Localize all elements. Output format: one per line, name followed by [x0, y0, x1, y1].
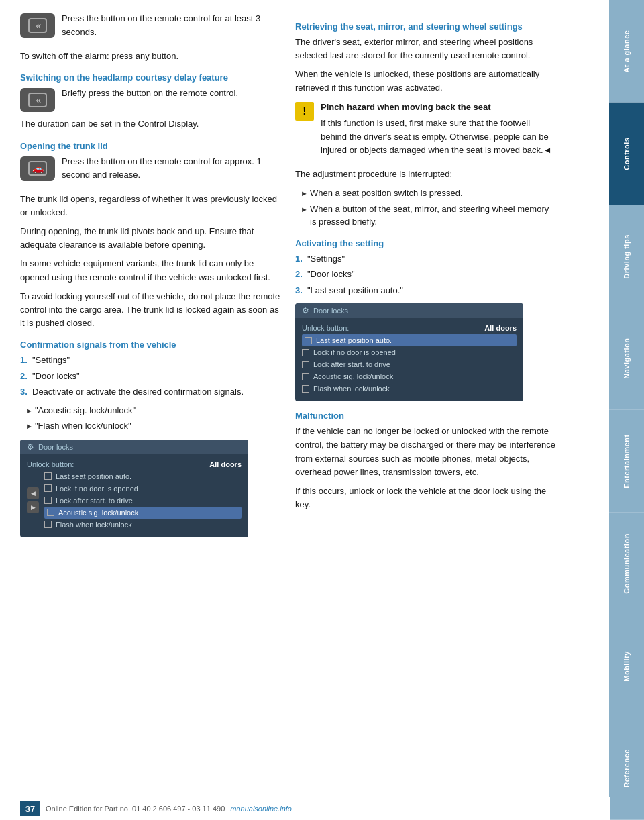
malfunction-para1: If the vehicle can no longer be locked o… [295, 425, 557, 479]
nav-right-btn[interactable]: ▶ [27, 501, 39, 513]
footer-site: manualsonline.info [230, 805, 292, 813]
screen2-title: Door locks [313, 307, 348, 315]
sidebar-tab-entertainment[interactable]: Entertainment [609, 410, 644, 513]
trunk-text: Press the button on the remote control f… [62, 155, 282, 182]
sidebar-tab-mobility[interactable]: Mobility [609, 615, 644, 718]
headlamp-icon-row: « Briefly press the button on the remote… [20, 87, 282, 112]
sidebar-label-communication: Communication [623, 533, 631, 594]
screen2-checkbox-0 [305, 337, 312, 344]
sidebar-label-controls: Controls [623, 138, 631, 170]
trunk-para3: In some vehicle equipment variants, the … [20, 257, 282, 284]
screen1-title-bar: ⚙ Door locks [20, 440, 248, 454]
trunk-heading: Opening the trunk lid [20, 141, 282, 151]
screen1-title: Door locks [38, 443, 73, 451]
sidebar-label-mobility: Mobility [623, 651, 631, 682]
retrieving-para2: When the vehicle is unlocked, these posi… [295, 68, 557, 95]
door-locks-screen-1: ⚙ Door locks Unlock button: All doors ◀ … [20, 440, 248, 537]
pinch-hazard-text: Pinch hazard when moving back the seat [321, 101, 557, 114]
screen1-unlock-label: Unlock button: [27, 460, 209, 468]
screen1-row-3-highlighted: Acoustic sig. lock/unlock [44, 507, 241, 519]
trunk-para1: The trunk lid opens, regardless of wheth… [20, 193, 282, 219]
remote-press-text: Press the button on the remote control f… [62, 12, 282, 39]
headlamp-heading: Switching on the headlamp courtesy delay… [20, 72, 282, 83]
remote-press-row: « Press the button on the remote control… [20, 12, 282, 44]
screen2-unlock-label: Unlock button: [302, 324, 484, 332]
settings-icon: ⚙ [27, 442, 34, 452]
screen1-checkbox-3 [47, 509, 54, 516]
warning-row: ! Pinch hazard when moving back the seat… [295, 101, 557, 163]
screen2-checkbox-3 [302, 373, 309, 380]
screen2-body: Unlock button: All doors Last seat posit… [295, 318, 523, 401]
sidebar: At a glance Controls Driving tips Naviga… [609, 0, 644, 820]
screen2-checkbox-2 [302, 361, 309, 368]
sidebar-label-entertainment: Entertainment [623, 434, 631, 488]
page-number: 37 [20, 801, 40, 816]
warning-triangle-icon: ! [295, 102, 314, 121]
screen1-row-2: Lock after start. to drive [44, 495, 241, 507]
headlamp-sub: The duration can be set in the Control D… [20, 117, 282, 131]
footer-text: Online Edition for Part no. 01 40 2 606 … [46, 805, 225, 813]
screen2-row-2: Lock after start. to drive [302, 358, 517, 370]
sidebar-tab-controls[interactable]: Controls [609, 103, 644, 205]
arrow-icon-3: ► [301, 188, 310, 200]
screen2-unlock-value: All doors [484, 324, 517, 332]
screen1-row-4: Flash when lock/unlock [44, 519, 241, 531]
retrieving-para1: The driver's seat, exterior mirror, and … [295, 36, 557, 62]
screen1-unlock-value: All doors [209, 460, 241, 468]
sidebar-tab-communication[interactable]: Communication [609, 513, 644, 615]
car-icon: 🚗 [32, 163, 44, 174]
alarm-text: To switch off the alarm: press any butto… [20, 50, 282, 63]
pinch-detail-text: If this function is used, first make sur… [321, 117, 557, 157]
headlamp-text: Briefly press the button on the remote c… [62, 87, 238, 100]
sidebar-label-reference: Reference [623, 750, 631, 788]
conf-step-1: 1. "Settings" [20, 354, 282, 367]
retrieving-heading: Retrieving the seat, mirror, and steerin… [295, 21, 557, 32]
right-column: Retrieving the seat, mirror, and steerin… [295, 12, 557, 793]
confirmation-steps: 1. "Settings" 2. "Door locks" 3. Deactiv… [20, 354, 282, 399]
screen1-unlock-row: Unlock button: All doors [27, 458, 241, 470]
sidebar-tab-driving-tips[interactable]: Driving tips [609, 205, 644, 308]
trunk-para2: During opening, the trunk lid pivots bac… [20, 225, 282, 252]
adj-bullet-1: ► When a seat position switch is pressed… [301, 187, 557, 200]
screen1-row-0: Last seat position auto. [44, 470, 241, 482]
warning-content: Pinch hazard when moving back the seat I… [321, 101, 557, 163]
adj-bullet-2: ► When a button of the seat, mirror, and… [301, 203, 557, 229]
screen2-row-0-highlighted: Last seat position auto. [302, 334, 517, 346]
screen1-checkbox-1 [44, 484, 52, 492]
act-step-2: 2. "Door locks" [295, 268, 557, 281]
confirmation-heading: Confirmation signals from the vehicle [20, 340, 282, 350]
arrow-icon-4: ► [301, 204, 310, 229]
screen2-title-bar: ⚙ Door locks [295, 303, 523, 318]
page-footer: 37 Online Edition for Part no. 01 40 2 6… [0, 797, 610, 820]
activating-steps: 1. "Settings" 2. "Door locks" 3. "Last s… [295, 252, 557, 297]
sidebar-tab-navigation[interactable]: Navigation [609, 307, 644, 410]
conf-step-2: 2. "Door locks" [20, 370, 282, 383]
screen2-row-3: Acoustic sig. lock/unlock [302, 370, 517, 382]
trunk-remote-icon: 🚗 [20, 156, 55, 181]
screen1-row-1: Lock if no door is opened [44, 482, 241, 495]
malfunction-heading: Malfunction [295, 411, 557, 421]
conf-bullet-2: ► "Flash when lock/unlock" [25, 419, 282, 433]
screen1-body: Unlock button: All doors ◀ ▶ Last seat p… [20, 454, 248, 537]
screen2-unlock-row: Unlock button: All doors [302, 322, 517, 334]
act-step-3: 3. "Last seat position auto." [295, 284, 557, 297]
act-step-1: 1. "Settings" [295, 252, 557, 266]
screen2-row-1: Lock if no door is opened [302, 346, 517, 358]
adjustment-text: The adjustment procedure is interrupted: [295, 168, 557, 181]
malfunction-para2: If this occurs, unlock or lock the vehic… [295, 484, 557, 511]
screen1-checkbox-2 [44, 497, 52, 504]
conf-bullet-1: ► "Acoustic sig. lock/unlock" [25, 404, 282, 417]
nav-left-btn[interactable]: ◀ [27, 487, 39, 499]
screen1-checkbox-0 [44, 472, 52, 480]
door-locks-screen-2: ⚙ Door locks Unlock button: All doors La… [295, 303, 523, 401]
sidebar-tab-at-a-glance[interactable]: At a glance [609, 0, 644, 103]
screen2-checkbox-4 [302, 385, 309, 393]
sidebar-label-navigation: Navigation [623, 338, 631, 379]
headlamp-remote-icon: « [20, 88, 55, 112]
activating-heading: Activating the setting [295, 238, 557, 248]
chevron-icon-2: « [36, 95, 40, 105]
remote-control-icon: « [20, 13, 55, 38]
settings-icon-2: ⚙ [302, 306, 309, 315]
sidebar-tab-reference[interactable]: Reference [609, 717, 644, 820]
screen2-row-4: Flash when lock/unlock [302, 382, 517, 395]
